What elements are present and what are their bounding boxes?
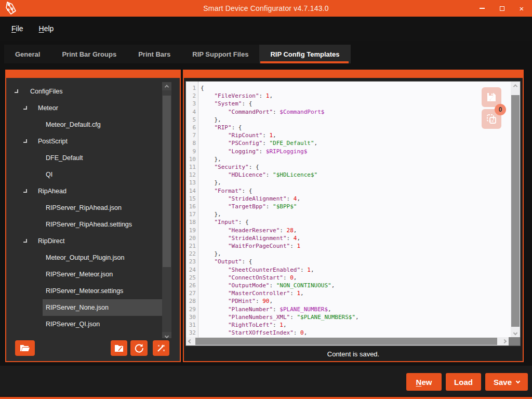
- menu-help[interactable]: Help: [36, 22, 57, 35]
- tree-item-configfiles[interactable]: ConfigFiles: [6, 83, 180, 100]
- editor-horizontal-scrollbar[interactable]: [186, 337, 520, 345]
- svg-text:x: x: [158, 344, 160, 347]
- code-line: "MasterController": 1,: [201, 289, 511, 297]
- minimize-icon: [480, 8, 485, 9]
- close-button[interactable]: ×: [515, 2, 528, 15]
- tree-scrollbar-thumb[interactable]: [163, 96, 171, 267]
- line-number: 9: [186, 148, 198, 155]
- tree-scroll-up-arrow[interactable]: [162, 82, 171, 90]
- code-line: "PDHint": 90,: [201, 297, 511, 305]
- editor-vscrollbar-thumb[interactable]: [511, 95, 520, 327]
- auto-config-button[interactable]: xxx: [153, 340, 169, 356]
- new-button[interactable]: New: [406, 373, 442, 391]
- line-number: 15: [186, 195, 198, 203]
- editor-scroll-down-arrow[interactable]: [511, 329, 520, 337]
- code-line: "CommandPort": $CommandPort$: [201, 108, 511, 116]
- edit-folder-button[interactable]: [111, 340, 127, 356]
- line-number: 8: [186, 139, 198, 147]
- tree-item-meteor[interactable]: Meteor: [6, 100, 180, 116]
- code-line: "StartXOffsetIndex": 0,: [201, 329, 511, 337]
- tree-item-label: RIPServer_RipAhead.json: [46, 204, 122, 211]
- line-number: 7: [186, 131, 198, 139]
- code-line: "TargetBpp": "$BPP$": [201, 203, 511, 210]
- tree-expander-icon[interactable]: [23, 189, 27, 193]
- tree-item-qi[interactable]: QI: [6, 166, 180, 183]
- tab-print-bar-groups[interactable]: Print Bar Groups: [51, 45, 127, 63]
- tab-general[interactable]: General: [4, 45, 51, 63]
- maximize-icon: [500, 6, 504, 11]
- line-number: 1: [186, 84, 198, 92]
- line-number: 4: [186, 108, 198, 116]
- tree-item-ripdirect[interactable]: RipDirect: [6, 233, 180, 249]
- line-number: 20: [186, 234, 198, 242]
- line-number: 26: [186, 282, 198, 289]
- line-number: 27: [186, 289, 198, 297]
- code-line: "HDLicence": "$HDLicence$": [201, 171, 511, 179]
- line-number: 11: [186, 163, 198, 171]
- minimize-button[interactable]: [476, 2, 488, 15]
- tree-item-ripserver-meteor-settings[interactable]: RIPServer_Meteor.settings: [6, 283, 180, 299]
- tree-item-postscript[interactable]: PostScript: [6, 133, 180, 150]
- tree-item-ripserver-qi-json[interactable]: RIPServer_QI.json: [6, 316, 180, 332]
- code-line: "RightToLeft": 1,: [201, 321, 511, 329]
- code-line: },: [201, 179, 511, 187]
- editor-panel-header: [184, 71, 523, 78]
- tree-panel-header: [6, 71, 180, 78]
- template-code-editor[interactable]: 1234567891011121314151617181920212223242…: [185, 81, 521, 346]
- line-number: 17: [186, 210, 198, 218]
- load-button[interactable]: Load: [446, 373, 481, 391]
- editor-scroll-right-arrow[interactable]: [500, 337, 509, 345]
- save-button[interactable]: Save: [485, 373, 528, 391]
- tree-expander-icon[interactable]: [23, 239, 27, 243]
- tree-item-label: ConfigFiles: [30, 88, 63, 95]
- code-line: },: [201, 155, 511, 163]
- line-number: 10: [186, 155, 198, 163]
- tree-item-ripserver-meteor-json[interactable]: RIPServer_Meteor.json: [6, 266, 180, 283]
- code-line: "WaitForPageCount": 1: [201, 242, 511, 250]
- line-number: 16: [186, 203, 198, 210]
- title-bar: Smart Device Configurator v4.7.143.0 ×: [0, 0, 532, 17]
- tree-item-ripserver-none-json[interactable]: RIPServer_None.json: [6, 299, 180, 316]
- code-line: "Format": {: [201, 187, 511, 195]
- refresh-button[interactable]: [130, 340, 148, 356]
- tree-item-dfe-default[interactable]: DFE_Default: [6, 150, 180, 166]
- editor-hscrollbar-thumb[interactable]: [195, 338, 497, 345]
- tab-rip-config-templates[interactable]: RIP Config Templates: [259, 45, 350, 63]
- tree-item-ripserver-ripahead-json[interactable]: RIPServer_RipAhead.json: [6, 200, 180, 216]
- menu-file[interactable]: File: [8, 22, 26, 35]
- code-line: "FileVersion": 1,: [201, 92, 511, 100]
- line-number: 28: [186, 297, 198, 305]
- window-title: Smart Device Configurator v4.7.143.0: [0, 4, 532, 12]
- tree-item-meteor-default-cfg[interactable]: Meteor_Default.cfg: [6, 116, 180, 133]
- action-bar: NewLoadSave: [0, 366, 532, 396]
- tree-scrollbar[interactable]: [162, 82, 171, 340]
- window-bottom-edge: [0, 397, 532, 399]
- code-line: "ConnectOnStart": 0,: [201, 274, 511, 282]
- line-number: 12: [186, 171, 198, 179]
- code-line: "RIP": {: [201, 124, 511, 131]
- tree-item-ripserver-ripahead-settings[interactable]: RIPServer_RipAhead.settings: [6, 216, 180, 233]
- editor-scroll-left-arrow[interactable]: [186, 337, 194, 345]
- tab-rip-support-files[interactable]: RIP Support Files: [181, 45, 259, 63]
- tree-expander-icon[interactable]: [23, 106, 27, 110]
- line-number: 3: [186, 100, 198, 108]
- tree-item-meteor-output-plugin-json[interactable]: Meteor_Output_Plugin.json: [6, 249, 180, 266]
- code-line: },: [201, 250, 511, 258]
- editor-scroll-up-arrow[interactable]: [511, 82, 520, 90]
- tree-item-label: Meteor: [38, 104, 58, 112]
- line-number: 18: [186, 218, 198, 226]
- editor-vertical-scrollbar[interactable]: [511, 82, 520, 337]
- code-line: "StrideAlignment": 4,: [201, 195, 511, 203]
- open-folder-button[interactable]: [15, 340, 35, 356]
- line-number: 21: [186, 242, 198, 250]
- code-area[interactable]: { "FileVersion": 1, "System": { "Command…: [199, 82, 511, 337]
- maximize-button[interactable]: [496, 2, 508, 15]
- scrollbar-corner: [509, 337, 520, 345]
- tree-expander-icon[interactable]: [15, 89, 18, 93]
- config-file-tree: ConfigFilesMeteorMeteor_Default.cfgPostS…: [6, 83, 180, 361]
- menu-bar: FileHelp: [0, 17, 532, 41]
- tree-expander-icon[interactable]: [23, 139, 27, 143]
- tree-item-label: RIPServer_None.json: [46, 304, 109, 311]
- tab-print-bars[interactable]: Print Bars: [127, 45, 181, 63]
- tree-item-ripahead[interactable]: RipAhead: [6, 183, 180, 200]
